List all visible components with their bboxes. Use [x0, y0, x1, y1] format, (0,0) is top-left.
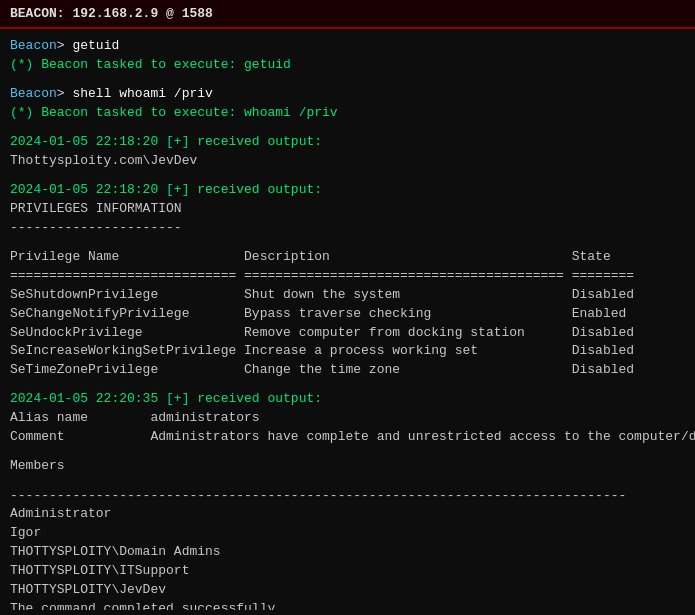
terminal-line: 2024-01-05 22:20:35 [+] received output:: [10, 390, 685, 409]
terminal-line: The command completed successfully.: [10, 600, 685, 610]
terminal-line: Comment Administrators have complete and…: [10, 428, 685, 447]
terminal-line: SeChangeNotifyPrivilege Bypass traverse …: [10, 305, 685, 324]
terminal-line: [10, 476, 685, 486]
prompt-arrow: >: [57, 86, 73, 101]
terminal-line: Beacon> getuid: [10, 37, 685, 56]
terminal-line: ----------------------: [10, 219, 685, 238]
terminal-line: [10, 380, 685, 390]
prompt-label: Beacon: [10, 86, 57, 101]
terminal-line: [10, 123, 685, 133]
terminal-line: Members: [10, 457, 685, 476]
terminal-line: THOTTYSPLOITY\Domain Admins: [10, 543, 685, 562]
terminal-line: [10, 447, 685, 457]
terminal-line: THOTTYSPLOITY\JevDev: [10, 581, 685, 600]
terminal-line: Beacon> shell whoami /priv: [10, 85, 685, 104]
terminal-line: Thottysploity.com\JevDev: [10, 152, 685, 171]
prompt-label: Beacon: [10, 38, 57, 53]
terminal-line: SeUndockPrivilege Remove computer from d…: [10, 324, 685, 343]
terminal-line: 2024-01-05 22:18:20 [+] received output:: [10, 181, 685, 200]
command-text: shell whoami /priv: [72, 86, 212, 101]
terminal-line: Privilege Name Description State: [10, 248, 685, 267]
terminal-line: 2024-01-05 22:18:20 [+] received output:: [10, 133, 685, 152]
terminal-line: Administrator: [10, 505, 685, 524]
terminal-line: PRIVILEGES INFORMATION: [10, 200, 685, 219]
terminal-line: Igor: [10, 524, 685, 543]
terminal-line: SeShutdownPrivilege Shut down the system…: [10, 286, 685, 305]
title-text: BEACON: 192.168.2.9 @ 1588: [10, 6, 213, 21]
terminal-line: SeTimeZonePrivilege Change the time zone…: [10, 361, 685, 380]
terminal-line: Alias name administrators: [10, 409, 685, 428]
terminal-line: [10, 171, 685, 181]
command-text: getuid: [72, 38, 119, 53]
title-bar: BEACON: 192.168.2.9 @ 1588: [0, 0, 695, 29]
terminal-line: (*) Beacon tasked to execute: getuid: [10, 56, 685, 75]
terminal-line: (*) Beacon tasked to execute: whoami /pr…: [10, 104, 685, 123]
terminal-line: THOTTYSPLOITY\ITSupport: [10, 562, 685, 581]
prompt-arrow: >: [57, 38, 73, 53]
terminal-line: ----------------------------------------…: [10, 487, 685, 506]
terminal-line: SeIncreaseWorkingSetPrivilege Increase a…: [10, 342, 685, 361]
terminal-line: [10, 75, 685, 85]
terminal-line: ============================= ==========…: [10, 267, 685, 286]
terminal-output[interactable]: Beacon> getuid(*) Beacon tasked to execu…: [0, 29, 695, 610]
terminal-line: [10, 238, 685, 248]
